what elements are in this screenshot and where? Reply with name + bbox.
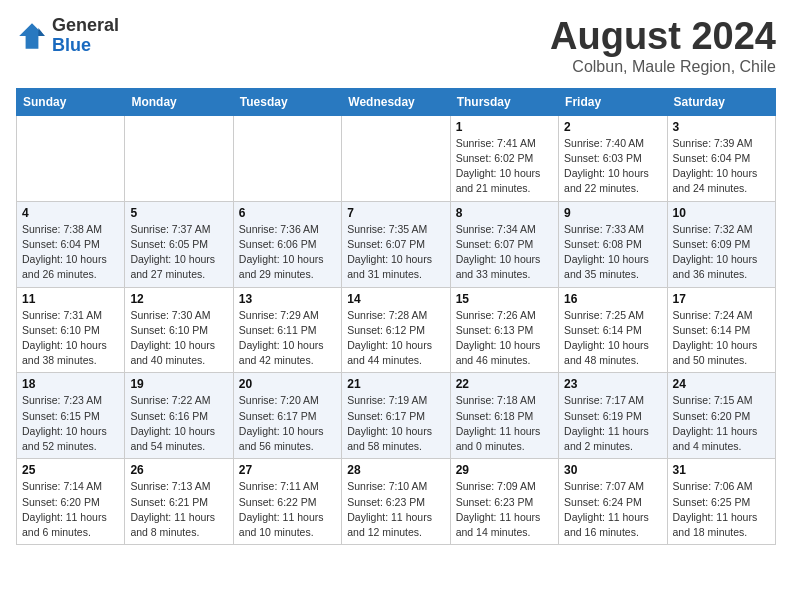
day-number: 18 <box>22 377 119 391</box>
calendar-table: SundayMondayTuesdayWednesdayThursdayFrid… <box>16 88 776 545</box>
day-number: 17 <box>673 292 770 306</box>
col-header-saturday: Saturday <box>667 88 775 115</box>
col-header-wednesday: Wednesday <box>342 88 450 115</box>
day-number: 8 <box>456 206 553 220</box>
location: Colbun, Maule Region, Chile <box>550 58 776 76</box>
day-info: Sunrise: 7:07 AM Sunset: 6:24 PM Dayligh… <box>564 479 661 540</box>
day-cell: 30Sunrise: 7:07 AM Sunset: 6:24 PM Dayli… <box>559 459 667 545</box>
day-cell: 31Sunrise: 7:06 AM Sunset: 6:25 PM Dayli… <box>667 459 775 545</box>
day-cell: 8Sunrise: 7:34 AM Sunset: 6:07 PM Daylig… <box>450 201 558 287</box>
day-cell <box>125 115 233 201</box>
day-number: 22 <box>456 377 553 391</box>
day-number: 19 <box>130 377 227 391</box>
day-number: 21 <box>347 377 444 391</box>
day-cell <box>17 115 125 201</box>
day-number: 15 <box>456 292 553 306</box>
day-number: 26 <box>130 463 227 477</box>
day-info: Sunrise: 7:26 AM Sunset: 6:13 PM Dayligh… <box>456 308 553 369</box>
day-info: Sunrise: 7:33 AM Sunset: 6:08 PM Dayligh… <box>564 222 661 283</box>
day-cell: 6Sunrise: 7:36 AM Sunset: 6:06 PM Daylig… <box>233 201 341 287</box>
day-number: 25 <box>22 463 119 477</box>
day-cell: 13Sunrise: 7:29 AM Sunset: 6:11 PM Dayli… <box>233 287 341 373</box>
day-number: 13 <box>239 292 336 306</box>
header-row: SundayMondayTuesdayWednesdayThursdayFrid… <box>17 88 776 115</box>
day-info: Sunrise: 7:20 AM Sunset: 6:17 PM Dayligh… <box>239 393 336 454</box>
day-info: Sunrise: 7:36 AM Sunset: 6:06 PM Dayligh… <box>239 222 336 283</box>
day-info: Sunrise: 7:28 AM Sunset: 6:12 PM Dayligh… <box>347 308 444 369</box>
day-cell: 28Sunrise: 7:10 AM Sunset: 6:23 PM Dayli… <box>342 459 450 545</box>
day-number: 5 <box>130 206 227 220</box>
day-info: Sunrise: 7:19 AM Sunset: 6:17 PM Dayligh… <box>347 393 444 454</box>
day-number: 2 <box>564 120 661 134</box>
month-title: August 2024 <box>550 16 776 58</box>
day-info: Sunrise: 7:14 AM Sunset: 6:20 PM Dayligh… <box>22 479 119 540</box>
svg-marker-1 <box>38 28 44 36</box>
week-row-5: 25Sunrise: 7:14 AM Sunset: 6:20 PM Dayli… <box>17 459 776 545</box>
day-info: Sunrise: 7:29 AM Sunset: 6:11 PM Dayligh… <box>239 308 336 369</box>
day-info: Sunrise: 7:40 AM Sunset: 6:03 PM Dayligh… <box>564 136 661 197</box>
day-info: Sunrise: 7:35 AM Sunset: 6:07 PM Dayligh… <box>347 222 444 283</box>
day-cell: 15Sunrise: 7:26 AM Sunset: 6:13 PM Dayli… <box>450 287 558 373</box>
day-number: 16 <box>564 292 661 306</box>
day-cell: 20Sunrise: 7:20 AM Sunset: 6:17 PM Dayli… <box>233 373 341 459</box>
day-cell: 25Sunrise: 7:14 AM Sunset: 6:20 PM Dayli… <box>17 459 125 545</box>
day-number: 6 <box>239 206 336 220</box>
day-number: 29 <box>456 463 553 477</box>
day-cell: 9Sunrise: 7:33 AM Sunset: 6:08 PM Daylig… <box>559 201 667 287</box>
day-number: 28 <box>347 463 444 477</box>
day-cell: 29Sunrise: 7:09 AM Sunset: 6:23 PM Dayli… <box>450 459 558 545</box>
logo: General Blue <box>16 16 119 56</box>
day-cell: 26Sunrise: 7:13 AM Sunset: 6:21 PM Dayli… <box>125 459 233 545</box>
day-number: 31 <box>673 463 770 477</box>
day-number: 20 <box>239 377 336 391</box>
day-number: 1 <box>456 120 553 134</box>
day-cell: 22Sunrise: 7:18 AM Sunset: 6:18 PM Dayli… <box>450 373 558 459</box>
day-number: 12 <box>130 292 227 306</box>
day-cell: 5Sunrise: 7:37 AM Sunset: 6:05 PM Daylig… <box>125 201 233 287</box>
day-number: 9 <box>564 206 661 220</box>
day-info: Sunrise: 7:23 AM Sunset: 6:15 PM Dayligh… <box>22 393 119 454</box>
week-row-4: 18Sunrise: 7:23 AM Sunset: 6:15 PM Dayli… <box>17 373 776 459</box>
day-cell: 1Sunrise: 7:41 AM Sunset: 6:02 PM Daylig… <box>450 115 558 201</box>
day-cell: 10Sunrise: 7:32 AM Sunset: 6:09 PM Dayli… <box>667 201 775 287</box>
col-header-friday: Friday <box>559 88 667 115</box>
col-header-thursday: Thursday <box>450 88 558 115</box>
day-info: Sunrise: 7:25 AM Sunset: 6:14 PM Dayligh… <box>564 308 661 369</box>
day-info: Sunrise: 7:41 AM Sunset: 6:02 PM Dayligh… <box>456 136 553 197</box>
page-header: General Blue August 2024 Colbun, Maule R… <box>16 16 776 76</box>
day-info: Sunrise: 7:38 AM Sunset: 6:04 PM Dayligh… <box>22 222 119 283</box>
week-row-3: 11Sunrise: 7:31 AM Sunset: 6:10 PM Dayli… <box>17 287 776 373</box>
day-cell: 18Sunrise: 7:23 AM Sunset: 6:15 PM Dayli… <box>17 373 125 459</box>
week-row-1: 1Sunrise: 7:41 AM Sunset: 6:02 PM Daylig… <box>17 115 776 201</box>
day-cell: 3Sunrise: 7:39 AM Sunset: 6:04 PM Daylig… <box>667 115 775 201</box>
day-info: Sunrise: 7:18 AM Sunset: 6:18 PM Dayligh… <box>456 393 553 454</box>
day-cell: 16Sunrise: 7:25 AM Sunset: 6:14 PM Dayli… <box>559 287 667 373</box>
day-info: Sunrise: 7:30 AM Sunset: 6:10 PM Dayligh… <box>130 308 227 369</box>
day-info: Sunrise: 7:09 AM Sunset: 6:23 PM Dayligh… <box>456 479 553 540</box>
day-info: Sunrise: 7:06 AM Sunset: 6:25 PM Dayligh… <box>673 479 770 540</box>
day-cell: 23Sunrise: 7:17 AM Sunset: 6:19 PM Dayli… <box>559 373 667 459</box>
day-cell: 4Sunrise: 7:38 AM Sunset: 6:04 PM Daylig… <box>17 201 125 287</box>
day-info: Sunrise: 7:22 AM Sunset: 6:16 PM Dayligh… <box>130 393 227 454</box>
col-header-monday: Monday <box>125 88 233 115</box>
day-cell: 7Sunrise: 7:35 AM Sunset: 6:07 PM Daylig… <box>342 201 450 287</box>
day-number: 4 <box>22 206 119 220</box>
col-header-sunday: Sunday <box>17 88 125 115</box>
logo-text: General Blue <box>52 16 119 56</box>
day-cell: 14Sunrise: 7:28 AM Sunset: 6:12 PM Dayli… <box>342 287 450 373</box>
day-info: Sunrise: 7:34 AM Sunset: 6:07 PM Dayligh… <box>456 222 553 283</box>
day-number: 11 <box>22 292 119 306</box>
day-info: Sunrise: 7:15 AM Sunset: 6:20 PM Dayligh… <box>673 393 770 454</box>
day-number: 23 <box>564 377 661 391</box>
day-number: 27 <box>239 463 336 477</box>
day-info: Sunrise: 7:32 AM Sunset: 6:09 PM Dayligh… <box>673 222 770 283</box>
day-cell: 19Sunrise: 7:22 AM Sunset: 6:16 PM Dayli… <box>125 373 233 459</box>
day-number: 10 <box>673 206 770 220</box>
col-header-tuesday: Tuesday <box>233 88 341 115</box>
day-cell: 11Sunrise: 7:31 AM Sunset: 6:10 PM Dayli… <box>17 287 125 373</box>
day-cell: 2Sunrise: 7:40 AM Sunset: 6:03 PM Daylig… <box>559 115 667 201</box>
day-info: Sunrise: 7:11 AM Sunset: 6:22 PM Dayligh… <box>239 479 336 540</box>
day-info: Sunrise: 7:39 AM Sunset: 6:04 PM Dayligh… <box>673 136 770 197</box>
day-number: 7 <box>347 206 444 220</box>
logo-icon <box>16 20 48 52</box>
